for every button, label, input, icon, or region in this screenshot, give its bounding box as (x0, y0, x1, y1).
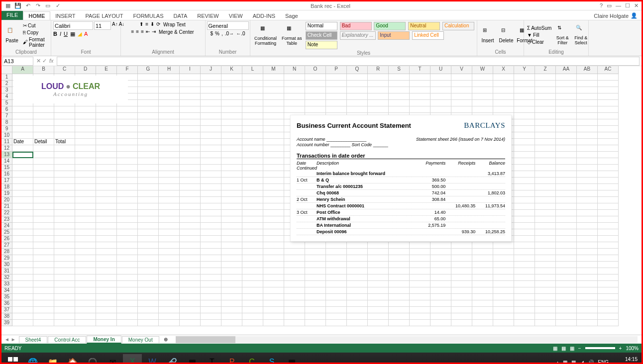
cell[interactable] (305, 93, 326, 100)
cell[interactable] (180, 145, 201, 152)
cell[interactable] (347, 307, 368, 313)
cell[interactable] (535, 294, 556, 300)
cell[interactable] (54, 307, 75, 313)
cell[interactable] (326, 268, 347, 274)
cell[interactable] (577, 281, 598, 287)
cell[interactable] (221, 139, 242, 145)
cell[interactable] (221, 184, 242, 190)
font-name-combo[interactable] (53, 21, 93, 30)
cell[interactable] (535, 190, 556, 197)
cell[interactable] (514, 171, 535, 178)
cell[interactable] (138, 100, 159, 106)
cell[interactable] (117, 190, 138, 197)
cell[interactable] (493, 81, 514, 87)
app-icon-1[interactable]: 🔗 (163, 354, 182, 364)
cell[interactable] (514, 113, 535, 119)
cell[interactable] (556, 274, 577, 281)
spell-icon[interactable]: ✓ (54, 2, 61, 9)
cell[interactable] (535, 229, 556, 236)
cell[interactable] (472, 262, 493, 268)
cell[interactable] (96, 190, 117, 197)
cell[interactable] (472, 274, 493, 281)
cell[interactable] (493, 249, 514, 255)
cell[interactable] (577, 190, 598, 197)
cell[interactable] (472, 87, 493, 93)
cell[interactable] (201, 287, 221, 294)
cell[interactable] (138, 203, 159, 210)
cell[interactable] (138, 281, 159, 287)
cell[interactable] (598, 268, 619, 274)
cell[interactable] (33, 158, 54, 165)
col-header[interactable]: Y (514, 66, 535, 74)
cell[interactable] (221, 274, 242, 281)
cell[interactable] (514, 313, 535, 320)
cell[interactable] (556, 158, 577, 165)
cell[interactable] (75, 190, 96, 197)
add-sheet-button[interactable]: ⊕ (160, 337, 172, 342)
cell[interactable] (347, 274, 368, 281)
cell[interactable] (138, 190, 159, 197)
cell[interactable] (263, 190, 284, 197)
cell[interactable] (54, 300, 75, 307)
row-header[interactable]: 10 (1, 132, 12, 139)
cell[interactable] (96, 320, 117, 326)
cell[interactable] (12, 203, 33, 210)
cell[interactable] (180, 74, 201, 81)
cell[interactable] (54, 223, 75, 229)
row-header[interactable]: 5 (1, 100, 12, 106)
tray-lang[interactable]: ENG (598, 360, 609, 364)
app-icon-2[interactable]: ▦ (183, 354, 202, 364)
cell[interactable] (33, 287, 54, 294)
cell[interactable] (75, 210, 96, 216)
cell[interactable] (514, 249, 535, 255)
cell[interactable] (75, 203, 96, 210)
cell[interactable] (556, 119, 577, 126)
cell[interactable] (577, 145, 598, 152)
cell[interactable] (33, 203, 54, 210)
cell[interactable] (535, 262, 556, 268)
cell[interactable] (410, 87, 430, 93)
cell[interactable] (577, 100, 598, 106)
col-header[interactable]: L (242, 66, 263, 74)
cell[interactable] (201, 87, 221, 93)
cell[interactable] (201, 274, 221, 281)
cell[interactable] (159, 74, 180, 81)
wrap-text-button[interactable]: Wrap Text (162, 21, 187, 28)
cell[interactable] (180, 178, 201, 184)
cell[interactable] (472, 307, 493, 313)
cell[interactable] (54, 171, 75, 178)
cell[interactable] (347, 294, 368, 300)
cell[interactable] (347, 320, 368, 326)
cell[interactable] (430, 287, 451, 294)
row-header[interactable]: 9 (1, 126, 12, 132)
cell[interactable] (54, 268, 75, 274)
cell[interactable] (221, 210, 242, 216)
formula-bar[interactable] (57, 57, 640, 66)
cell[interactable] (138, 320, 159, 326)
cell[interactable] (472, 93, 493, 100)
cell[interactable] (430, 106, 451, 113)
cell[interactable] (368, 268, 389, 274)
cell[interactable] (598, 300, 619, 307)
cell[interactable] (577, 268, 598, 274)
cell[interactable] (54, 132, 75, 139)
italic-button[interactable]: I (60, 31, 61, 37)
cell[interactable] (556, 236, 577, 242)
cell[interactable] (556, 126, 577, 132)
cell[interactable] (221, 171, 242, 178)
cell[interactable] (159, 307, 180, 313)
cell[interactable] (12, 287, 33, 294)
cell[interactable] (472, 81, 493, 87)
bank-statement-image[interactable]: Business Current Account Statement BARCL… (290, 115, 512, 242)
cell[interactable] (430, 255, 451, 262)
cell[interactable] (535, 236, 556, 242)
cell[interactable] (577, 126, 598, 132)
cell[interactable] (451, 287, 472, 294)
cell[interactable] (305, 274, 326, 281)
cell[interactable] (263, 242, 284, 249)
cell[interactable] (514, 320, 535, 326)
cell[interactable] (389, 87, 410, 93)
cell[interactable] (514, 139, 535, 145)
row-header[interactable]: 30 (1, 262, 12, 268)
cell[interactable] (368, 81, 389, 87)
